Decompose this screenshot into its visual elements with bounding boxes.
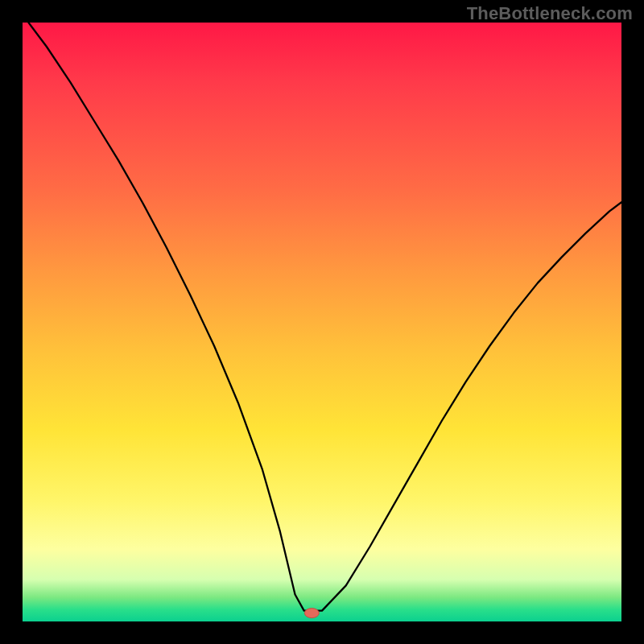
minimum-marker [304,609,319,618]
plot-area [23,23,621,621]
watermark-text: TheBottleneck.com [467,3,633,24]
chart-frame: TheBottleneck.com [0,0,644,644]
curve-svg [23,23,621,621]
bottleneck-curve [28,23,621,611]
